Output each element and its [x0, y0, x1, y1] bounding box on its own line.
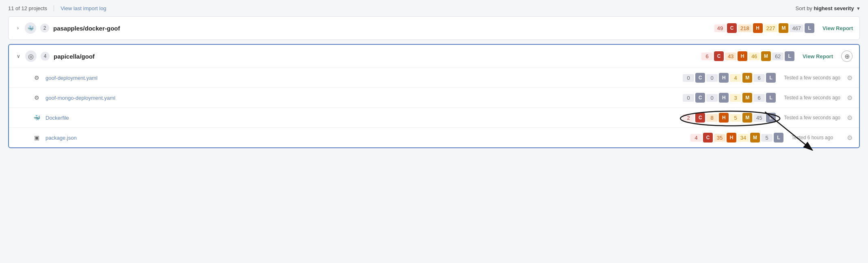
top-bar: 11 of 12 projects View last import log S…: [8, 5, 860, 11]
sub-row-goof-deployment: ⚙ goof-deployment.yaml 0 C 0 H 4 M 6 L T…: [9, 68, 859, 88]
sev-m-num-goof: 46: [749, 53, 760, 60]
sev-m-letter-pkgjson: M: [750, 133, 760, 142]
tested-time-package-json: Tested 6 hours ago: [792, 135, 840, 140]
sev-h-letter: H: [753, 23, 763, 33]
sev-m-letter-dep: M: [742, 73, 752, 83]
sev-m-letter-dockerfile: M: [742, 113, 752, 123]
settings-icon-goof-mongo[interactable]: ⚙: [847, 94, 853, 102]
sev-c-num-mongo: 0: [683, 94, 694, 102]
sev-l-num-pkgjson: 5: [761, 134, 773, 142]
sub-row-dockerfile: 🐳 Dockerfile 2 C 8 H 5 M 45 L Tested a f…: [9, 107, 859, 127]
sort-label: Sort by highest severity ▾: [796, 5, 860, 11]
sev-h-num-goof: 43: [725, 53, 736, 60]
project-name-docker-goof: pasapples/docker-goof: [53, 25, 710, 32]
npm-icon: ▣: [32, 133, 41, 142]
count-badge-docker-goof: 2: [40, 24, 49, 33]
sub-name-goof-deployment[interactable]: goof-deployment.yaml: [46, 75, 679, 81]
sev-h-letter-mongo: H: [719, 93, 729, 103]
project-count: 11 of 12 projects: [8, 5, 47, 11]
sev-l-letter-pkgjson: L: [774, 133, 783, 142]
sub-row-goof-mongo: ⚙ goof-mongo-deployment.yaml 0 C 0 H 3 M…: [9, 88, 859, 107]
sev-l-num-dep: 6: [753, 74, 765, 82]
severity-docker-goof: 49 C 218 H 227 M 467 L: [714, 23, 814, 33]
sev-l-num-dockerfile: 45: [753, 114, 765, 122]
sev-m-num-dockerfile: 5: [730, 114, 741, 122]
count-badge-goof: 4: [41, 52, 50, 61]
sev-m-num-mongo: 3: [730, 94, 741, 102]
sub-name-package-json[interactable]: package.json: [46, 135, 686, 141]
top-bar-left: 11 of 12 projects View last import log: [8, 5, 106, 11]
severity-goof: 6 C 43 H 46 M 62 L: [701, 51, 794, 61]
sev-l-num-mongo: 6: [753, 94, 765, 102]
severity-dockerfile: 2 C 8 H 5 M 45 L: [683, 113, 776, 123]
sev-h-letter-dep: H: [719, 73, 729, 83]
sev-c-num-dep: 0: [683, 74, 694, 82]
sev-m-letter: M: [779, 23, 788, 33]
tested-time-dockerfile: Tested a few seconds ago: [784, 115, 840, 121]
sev-l-letter-goof: L: [785, 51, 794, 61]
sev-h-num-dep: 0: [706, 74, 718, 82]
severity-goof-deployment: 0 C 0 H 4 M 6 L: [683, 73, 776, 83]
sev-m-letter-goof: M: [761, 51, 771, 61]
settings-icon-dockerfile[interactable]: ⚙: [847, 114, 853, 122]
view-log-link[interactable]: View last import log: [54, 5, 106, 11]
severity-goof-mongo: 0 C 0 H 3 M 6 L: [683, 93, 776, 103]
severity-package-json: 4 C 35 H 34 M 5 L: [690, 133, 783, 142]
sev-c-letter-dockerfile: C: [695, 113, 705, 123]
sev-c-letter-mongo: C: [695, 93, 705, 103]
sev-l-letter-dockerfile: L: [766, 113, 776, 123]
sev-l-letter-dep: L: [766, 73, 776, 83]
tested-time-goof-deployment: Tested a few seconds ago: [784, 75, 840, 81]
view-report-docker-goof[interactable]: View Report: [822, 25, 853, 31]
sev-l-letter: L: [805, 23, 814, 33]
expand-chevron-docker-goof[interactable]: ›: [15, 25, 21, 31]
add-project-button[interactable]: ⊕: [841, 50, 853, 62]
sev-c-num-pkgjson: 4: [690, 134, 702, 142]
kubernetes-icon-mongo: ⚙: [32, 93, 41, 103]
sort-chevron-icon: ▾: [857, 5, 860, 11]
sev-c-num: 49: [714, 24, 726, 32]
view-report-goof[interactable]: View Report: [803, 53, 833, 59]
sub-row-package-json: ▣ package.json 4 C 35 H 34 M 5 L Tested …: [9, 127, 859, 147]
github-icon: ◎: [25, 50, 37, 62]
sev-c-num-goof: 6: [701, 53, 713, 60]
sev-c-letter-goof: C: [714, 51, 724, 61]
sev-m-num: 227: [764, 24, 778, 32]
sev-h-letter-dockerfile: H: [719, 113, 729, 123]
sev-h-letter-pkgjson: H: [727, 133, 736, 142]
expand-chevron-goof[interactable]: ∨: [15, 53, 21, 59]
sev-h-letter-goof: H: [738, 51, 747, 61]
sub-name-goof-mongo[interactable]: goof-mongo-deployment.yaml: [46, 95, 679, 101]
docker-icon-dockerfile: 🐳: [32, 113, 41, 123]
sev-c-num-dockerfile: 2: [683, 114, 694, 122]
kubernetes-icon: ⚙: [32, 73, 41, 83]
sev-l-num: 467: [790, 24, 803, 32]
sev-l-num-goof: 62: [772, 53, 783, 60]
sev-c-letter-dep: C: [695, 73, 705, 83]
sev-h-num: 218: [738, 24, 752, 32]
settings-icon-package-json[interactable]: ⚙: [847, 134, 853, 142]
docker-icon: 🐳: [25, 22, 36, 34]
project-header-goof: ∨ ◎ 4 papicella/goof 6 C 43 H 46 M 62 L …: [9, 45, 859, 68]
project-row-docker-goof: › 🐳 2 pasapples/docker-goof 49 C 218 H 2…: [8, 16, 860, 40]
settings-icon-goof-deployment[interactable]: ⚙: [847, 74, 853, 82]
sort-control[interactable]: Sort by highest severity ▾: [796, 5, 860, 11]
sev-m-num-pkgjson: 34: [738, 134, 749, 142]
sev-m-num-dep: 4: [730, 74, 741, 82]
sev-c-letter-pkgjson: C: [703, 133, 713, 142]
project-header-docker-goof: › 🐳 2 pasapples/docker-goof 49 C 218 H 2…: [9, 17, 859, 39]
project-row-goof: ∨ ◎ 4 papicella/goof 6 C 43 H 46 M 62 L …: [8, 44, 860, 148]
sev-m-letter-mongo: M: [742, 93, 752, 103]
sub-name-dockerfile[interactable]: Dockerfile: [46, 115, 679, 121]
sev-h-num-mongo: 0: [706, 94, 718, 102]
project-name-goof: papicella/goof: [54, 53, 697, 60]
tested-time-goof-mongo: Tested a few seconds ago: [784, 95, 840, 101]
sev-h-num-dockerfile: 8: [706, 114, 718, 122]
sev-c-letter: C: [727, 23, 737, 33]
sev-l-letter-mongo: L: [766, 93, 776, 103]
sev-h-num-pkgjson: 35: [714, 134, 725, 142]
